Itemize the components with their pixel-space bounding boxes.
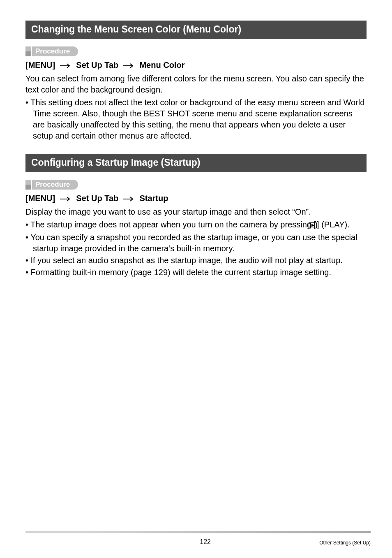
footer-section-label: Other Settings (Set Up) [319,540,371,546]
section-heading-menu-color: Changing the Menu Screen Color (Menu Col… [25,21,367,39]
nav-segment: Set Up Tab [76,194,118,203]
bullet-item: If you select an audio snapshot as the s… [25,255,367,266]
arrow-right-icon [123,197,135,201]
menu-path-startup: [MENU] Set Up Tab Startup [25,194,367,203]
procedure-marker-icon [25,180,31,190]
menu-path-menu-color: [MENU] Set Up Tab Menu Color [25,60,367,70]
arrow-right-icon [60,197,71,201]
arrow-right-icon [123,63,135,68]
footer-divider [25,531,371,533]
section-heading-startup: Configuring a Startup Image (Startup) [25,154,367,172]
nav-segment: Menu Color [139,60,184,69]
procedure-label-row: Procedure [25,180,367,190]
intro-paragraph: You can select from among five different… [25,73,367,95]
nav-segment: [MENU] [25,60,55,69]
bullet-item: The startup image does not appear when y… [25,219,367,231]
procedure-pill: Procedure [32,180,78,190]
bullet-text-post: ] (PLAY). [317,220,350,229]
nav-segment: Startup [139,194,168,203]
procedure-marker-icon [25,46,31,56]
arrow-right-icon [60,63,71,68]
intro-paragraph: Display the image you want to use as you… [25,206,367,218]
nav-segment: [MENU] [25,194,55,203]
page-footer: 122 Other Settings (Set Up) [25,531,371,546]
bullet-item: Formatting built-in memory (page 129) wi… [25,267,367,278]
bullet-item: This setting does not affect the text co… [25,97,367,141]
bullet-item: You can specify a snapshot you recorded … [25,232,367,254]
svg-marker-5 [311,224,314,227]
procedure-label-row: Procedure [25,46,367,56]
bullet-text-pre: The startup image does not appear when y… [30,220,316,229]
procedure-pill: Procedure [32,46,78,56]
page-number: 122 [91,538,319,546]
nav-segment: Set Up Tab [76,60,118,69]
